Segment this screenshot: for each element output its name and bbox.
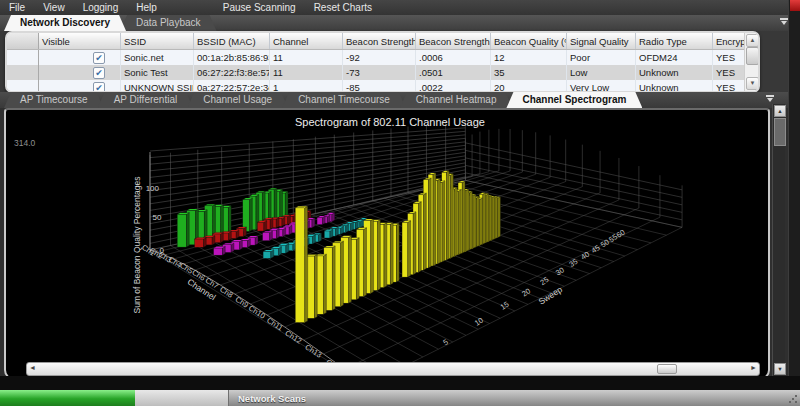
- network-scans-label: Network Scans: [229, 393, 306, 404]
- cell-bs1: -73: [343, 65, 416, 80]
- column-header-visible[interactable]: Visible: [39, 33, 121, 50]
- cell-rt: OFDM24: [636, 50, 713, 66]
- chart-scroll-down-button[interactable]: ▼: [774, 363, 786, 375]
- chart-scroll-up-button[interactable]: ▲: [774, 105, 786, 117]
- scroll-up-button[interactable]: ▲: [746, 34, 759, 47]
- visible-checkbox[interactable]: ✔: [93, 52, 105, 64]
- network-table: VisibleSSIDBSSID (MAC)ChannelBeacon Stre…: [7, 33, 760, 93]
- value-axis-title: Sum of Beacon Quality Percentages: [132, 176, 142, 313]
- cell-sq: Low: [567, 65, 636, 80]
- app-window: FileViewLoggingHelp Pause ScanningReset …: [0, 0, 800, 406]
- sweep-tick-label: 25: [538, 275, 550, 287]
- chart-tab-ap-differential[interactable]: AP Differential: [98, 92, 194, 108]
- tab-network-discovery[interactable]: Network Discovery: [4, 15, 126, 31]
- sweep-tick-label: 35: [567, 257, 579, 269]
- cell-channel: 11: [270, 50, 343, 66]
- table-scroll-thumb[interactable]: [746, 47, 759, 65]
- red-corner-button[interactable]: [790, 0, 800, 11]
- channel-tick-label: Ch13: [303, 342, 323, 359]
- menu-logging[interactable]: Logging: [74, 0, 128, 15]
- chart-horizontal-scrollbar[interactable]: ◄ ►: [26, 362, 760, 376]
- cell-visible: ✔: [39, 50, 121, 66]
- channel-tick-label: Ch9: [234, 295, 250, 310]
- column-header-rt[interactable]: Radio Type: [636, 33, 713, 50]
- menu-action-reset-charts[interactable]: Reset Charts: [305, 0, 381, 15]
- cell-channel: 11: [270, 65, 343, 80]
- visible-checkbox[interactable]: ✔: [93, 67, 105, 79]
- column-header-rowhead[interactable]: [7, 33, 39, 50]
- cell-ssid: Sonic.net: [121, 50, 194, 66]
- sweep-tick-label: 20: [520, 286, 532, 298]
- chart-tab-ap-timecourse[interactable]: AP Timecourse: [4, 92, 104, 108]
- scroll-left-arrow[interactable]: ◄: [28, 364, 37, 372]
- chart-title: Spectrogram of 802.11 Channel Usage: [295, 116, 485, 128]
- resize-grip[interactable]: [788, 394, 798, 404]
- network-table-panel: VisibleSSIDBSSID (MAC)ChannelBeacon Stre…: [5, 31, 760, 93]
- cell-bssid: 06:27:22:f3:8e:57: [194, 65, 270, 80]
- table-vertical-scrollbar[interactable]: ▲ ▼: [744, 33, 758, 91]
- sweep-tick-label: 10: [473, 316, 485, 328]
- tab-data-playback[interactable]: Data Playback: [120, 15, 216, 31]
- network-list-area: VisibleSSIDBSSID (MAC)ChannelBeacon Stre…: [0, 31, 800, 92]
- spectrogram-panel: 050100Ch1Ch2Ch3Ch4Ch5Ch6Ch7Ch8Ch9Ch10Ch1…: [4, 108, 770, 380]
- table-header-row: VisibleSSIDBSSID (MAC)ChannelBeacon Stre…: [7, 33, 760, 50]
- chart-tab-channel-timecourse[interactable]: Channel Timecourse: [282, 92, 406, 108]
- sweep-tick-label: 5: [442, 337, 450, 347]
- column-header-bs1[interactable]: Beacon Strength (...: [343, 33, 416, 50]
- column-header-bq[interactable]: Beacon Quality (%): [491, 33, 567, 50]
- main-tab-strip: Network DiscoveryData Playback: [0, 15, 800, 31]
- column-header-bs2[interactable]: Beacon Strength (...: [416, 33, 491, 50]
- cell-ssid: Sonic Test: [121, 65, 194, 80]
- status-spacer: [135, 390, 228, 406]
- sweep-tick-label: 30: [554, 265, 566, 277]
- table-row[interactable]: ✔Sonic Test06:27:22:f3:8e:5711-73.050135…: [7, 65, 760, 80]
- channel-tick-label: Ch11: [265, 316, 284, 333]
- chart-tab-channel-heatmap[interactable]: Channel Heatmap: [400, 92, 513, 108]
- max-value-label: 314.0: [14, 138, 36, 148]
- menu-view[interactable]: View: [34, 0, 74, 15]
- bars-ch11: [295, 171, 500, 323]
- column-header-sq[interactable]: Signal Quality: [567, 33, 636, 50]
- menu-bar: FileViewLoggingHelp Pause ScanningReset …: [0, 0, 800, 15]
- menu-action-pause-scanning[interactable]: Pause Scanning: [214, 0, 305, 15]
- y-tick-label: 50: [153, 213, 162, 222]
- spectrogram-3d-chart: 050100Ch1Ch2Ch3Ch4Ch5Ch6Ch7Ch8Ch9Ch10Ch1…: [6, 110, 764, 362]
- cell-visible: ✔: [39, 65, 121, 80]
- scan-progress-bar: [0, 390, 135, 406]
- cell-rowhead: [7, 50, 39, 66]
- chart-vertical-scrollbar[interactable]: ▲ ▼: [772, 104, 785, 376]
- chart-auto-hide-pin-icon[interactable]: [764, 94, 776, 104]
- sweep-axis-title: Sweep: [537, 284, 564, 307]
- status-divider: [0, 376, 800, 390]
- menu-items: FileViewLoggingHelp: [0, 0, 166, 15]
- column-header-channel[interactable]: Channel: [270, 33, 343, 50]
- table-row[interactable]: ✔Sonic.net00:1a:2b:85:86:9311-92.000612P…: [7, 50, 760, 66]
- cell-bs2: .0006: [416, 50, 491, 66]
- channel-tick-label: Ch8: [218, 285, 234, 300]
- channel-tick-label: Ch12: [283, 328, 303, 345]
- cell-bq: 35: [491, 65, 567, 80]
- scroll-down-button[interactable]: ▼: [746, 77, 759, 90]
- cell-bs2: .0501: [416, 65, 491, 80]
- cell-bs1: -92: [343, 50, 416, 66]
- channel-tick-label: Ch10: [247, 303, 267, 320]
- right-edge-strip: [788, 0, 800, 388]
- menu-file[interactable]: File: [0, 0, 34, 15]
- cell-rowhead: [7, 65, 39, 80]
- chart-vscroll-thumb[interactable]: [774, 118, 786, 146]
- menu-help[interactable]: Help: [127, 0, 166, 15]
- y-tick-label: 100: [146, 184, 160, 193]
- chart-tab-channel-spectrogram[interactable]: Channel Spectrogram: [506, 92, 642, 108]
- scroll-right-arrow[interactable]: ►: [749, 364, 758, 372]
- network-scans-panel: Network Scans: [228, 390, 800, 406]
- column-header-ssid[interactable]: SSID: [121, 33, 194, 50]
- chart-tab-strip: AP TimecourseAP DifferentialChannel Usag…: [0, 92, 800, 108]
- chart-scroll-thumb[interactable]: [657, 364, 677, 374]
- chart-tab-channel-usage[interactable]: Channel Usage: [187, 92, 288, 108]
- cell-bssid: 00:1a:2b:85:86:93: [194, 50, 270, 66]
- column-header-bssid[interactable]: BSSID (MAC): [194, 33, 270, 50]
- menu-actions: Pause ScanningReset Charts: [214, 0, 381, 15]
- sweep-tick-label: 15: [499, 300, 511, 312]
- cell-bq: 12: [491, 50, 567, 66]
- cell-sq: Poor: [567, 50, 636, 66]
